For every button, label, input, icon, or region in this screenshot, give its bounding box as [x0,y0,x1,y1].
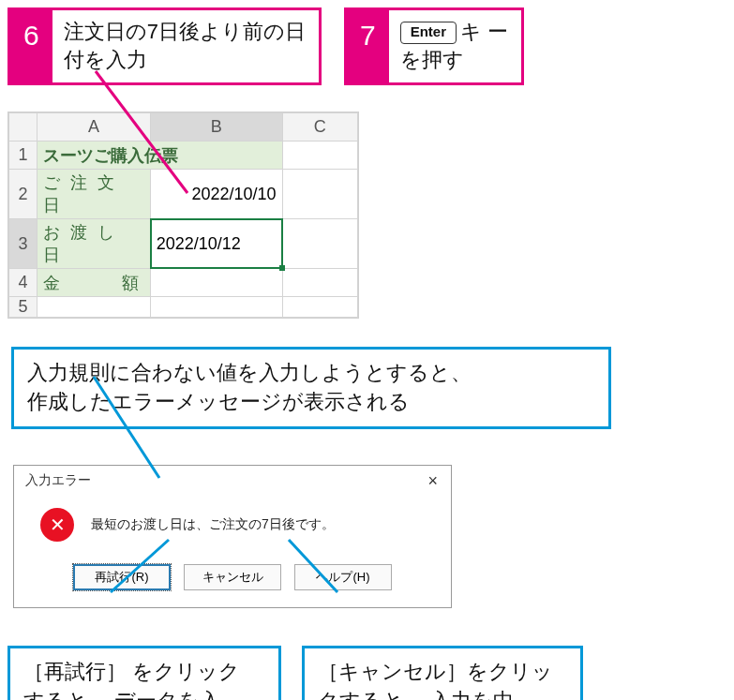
retry-button[interactable]: 再試行(R) [73,564,171,590]
cancel-button[interactable]: キャンセル [184,564,281,590]
step-7-line2: を押す [400,48,464,71]
dialog-close-button[interactable]: × [422,471,443,491]
step-7-tail: キ ー [460,20,508,43]
step-7-text: Enterキ ー を押す [389,10,521,82]
retry-button-label: 再試行(R) [95,570,148,584]
col-header-b[interactable]: B [150,113,282,141]
help-button[interactable]: ヘルプ(H) [294,564,392,590]
step-6-text: 注文日の7日後より前の日 付を入力 [52,10,319,82]
sheet-title[interactable]: スーツご購入伝票 [37,141,282,170]
error-icon: ✕ [40,508,74,542]
cancel-button-label: キャンセル [202,570,263,584]
validation-explanation: 入力規則に合わない値を入力しようとすると、 作成したエラーメッセージが表示される [11,347,611,429]
col-header-a[interactable]: A [37,113,151,141]
dialog-title: 入力エラー [25,472,91,489]
error-dialog: 入力エラー × ✕ 最短のお渡し日は、ご注文の7日後です。 再試行(R) キャン… [13,465,452,608]
step-6-number: 6 [10,10,52,82]
delivery-date-input[interactable]: 2022/10/12 [150,219,282,269]
cell-c2[interactable] [282,170,357,219]
cell-c5[interactable] [282,297,357,318]
step-6-callout: 6 注文日の7日後より前の日 付を入力 [7,7,322,85]
step-7-callout: 7 Enterキ ー を押す [344,7,524,85]
amount-label[interactable]: 金 額 [37,269,151,297]
col-header-c[interactable]: C [282,113,357,141]
cell-c3[interactable] [282,219,357,269]
row-header-4[interactable]: 4 [9,269,37,297]
row-header-5[interactable]: 5 [9,297,37,318]
dialog-message: 最短のお渡し日は、ご注文の7日後です。 [91,516,335,533]
step-7-number: 7 [347,10,389,82]
spreadsheet: A B C 1 スーツご購入伝票 2 ご 注 文 日 2022/10/10 3 … [7,112,359,319]
delivery-date-value: 2022/10/12 [157,234,241,253]
cell-a5[interactable] [37,297,151,318]
row-header-1[interactable]: 1 [9,141,37,170]
row-header-3[interactable]: 3 [9,219,37,269]
order-date-label[interactable]: ご 注 文 日 [37,170,151,219]
cell-c4[interactable] [282,269,357,297]
help-button-label: ヘルプ(H) [316,570,369,584]
amount-value[interactable] [150,269,282,297]
corner-cell [9,113,37,141]
enter-key-icon: Enter [400,22,457,44]
cell-c1[interactable] [282,141,357,170]
cell-b5[interactable] [150,297,282,318]
order-date-value[interactable]: 2022/10/10 [150,170,282,219]
cancel-explanation: ［キャンセル］をクリッ クすると、 入力を中 止できる [302,646,583,700]
row-header-2[interactable]: 2 [9,170,37,219]
retry-explanation: ［再試行］ をクリック すると、 データを入 力し直せる [7,646,281,700]
delivery-date-label[interactable]: お 渡 し 日 [37,219,151,269]
